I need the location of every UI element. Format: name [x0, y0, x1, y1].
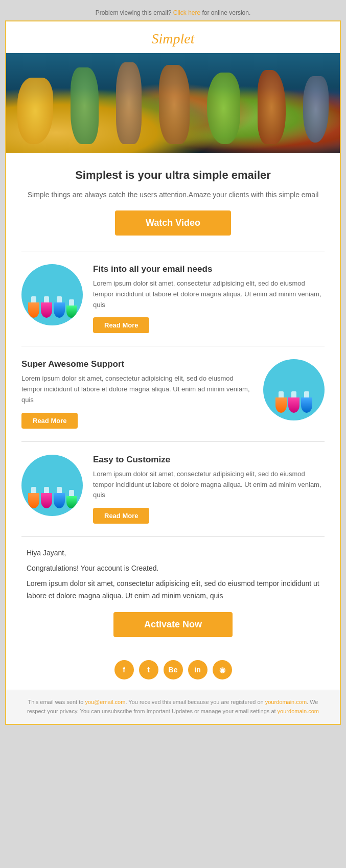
footer-email-link[interactable]: you@email.com [85, 699, 125, 705]
flask-2 [41, 296, 52, 318]
feature-icon-1 [21, 264, 83, 325]
flask-3-4 [66, 490, 77, 508]
email-wrapper: Problem viewing this email? Click here f… [0, 0, 346, 730]
read-more-button-1[interactable]: Read More [93, 317, 149, 333]
behance-icon[interactable]: Be [164, 660, 183, 679]
feature-text-1: Fits into all your email needs Lorem ips… [93, 264, 325, 333]
feature-title-1: Fits into all your email needs [93, 264, 325, 274]
flask-3-2 [41, 487, 52, 508]
flask-body-1 [28, 302, 39, 318]
feature-row-1: Fits into all your email needs Lorem ips… [21, 264, 325, 333]
flask-group-2 [271, 367, 317, 413]
flask-group-3 [29, 462, 75, 508]
fb-23 [301, 397, 312, 413]
fn-23 [304, 391, 309, 397]
feature-desc-2: Lorem ipsum dolor sit amet, consectetur … [21, 373, 253, 405]
character-6 [258, 70, 286, 144]
fb-31 [28, 493, 39, 508]
linkedin-icon[interactable]: in [188, 660, 207, 679]
fn-34 [69, 490, 74, 496]
fb-22 [288, 397, 299, 413]
hero-characters [6, 53, 340, 153]
flask-neck-1 [31, 296, 36, 302]
flask-2-1 [275, 391, 287, 413]
flask-body-2 [41, 302, 52, 318]
flask-3-3 [54, 487, 65, 508]
flask-4 [66, 299, 77, 318]
character-7 [303, 76, 329, 143]
feature-desc-3: Lorem ipsum dolor sit amet, consectetur … [93, 469, 325, 501]
feature-row-2: Super Awesome Support Lorem ipsum dolor … [21, 359, 325, 428]
flask-neck-4 [69, 299, 74, 306]
flask-2-3 [301, 391, 312, 413]
twitter-icon[interactable]: t [139, 660, 158, 679]
feature-text-3: Easy to Customize Lorem ipsum dolor sit … [93, 455, 325, 524]
email-header: Simplet [6, 21, 340, 53]
read-more-button-2[interactable]: Read More [21, 413, 78, 429]
footer-text-mid: . You received this email because you ar… [125, 699, 265, 705]
feature-icon-3 [21, 455, 83, 516]
preheader: Problem viewing this email? Click here f… [0, 5, 346, 20]
feature-text-2: Super Awesome Support Lorem ipsum dolor … [21, 359, 253, 428]
fb-33 [54, 493, 65, 508]
email-container: Simplet Simplest is your ultra simple em… [5, 20, 341, 725]
flask-neck-2 [44, 296, 49, 302]
fb-32 [41, 493, 52, 508]
greeting-body: Lorem ipsum dolor sit amet, consectetur … [27, 578, 319, 602]
greeting-salutation: Hiya Jayant, [27, 547, 319, 559]
preheader-link[interactable]: Click here [173, 9, 200, 16]
fn-22 [291, 391, 296, 397]
feature-title-3: Easy to Customize [93, 455, 325, 465]
feature-section-1: Fits into all your email needs Lorem ips… [6, 251, 340, 346]
read-more-button-3[interactable]: Read More [93, 508, 149, 524]
logo: Simplet [11, 31, 335, 47]
flask-body-3 [54, 302, 65, 318]
activate-now-button[interactable]: Activate Now [113, 612, 233, 637]
fn-32 [44, 487, 49, 493]
feature-section-2: Super Awesome Support Lorem ipsum dolor … [6, 346, 340, 441]
social-section: f t Be in ◉ [6, 650, 340, 690]
fb-34 [66, 496, 77, 508]
feature-title-2: Super Awesome Support [21, 359, 253, 369]
fn-33 [57, 487, 62, 493]
flask-2-2 [288, 391, 299, 413]
email-footer: This email was sent to you@email.com. Yo… [6, 690, 340, 723]
footer-text-before: This email was sent to [28, 699, 85, 705]
flask-1 [28, 296, 39, 318]
social-icons-group: f t Be in ◉ [11, 660, 335, 679]
main-cta-section: Simplest is your ultra simple emailer Si… [6, 153, 340, 251]
preheader-after: for online version. [202, 9, 251, 16]
feature-section-3: Easy to Customize Lorem ipsum dolor sit … [6, 442, 340, 536]
feature-icon-2 [263, 359, 325, 420]
flask-neck-3 [57, 296, 62, 302]
footer-manage-link[interactable]: yourdomain.com [278, 708, 319, 714]
fb-21 [275, 397, 287, 413]
feature-desc-1: Lorem ipsum dolor sit amet, consectetur … [93, 278, 325, 310]
character-3 [116, 62, 142, 144]
character-2 [71, 67, 99, 144]
preheader-text: Problem viewing this email? [96, 9, 172, 16]
character-5 [207, 73, 240, 144]
flask-group-1 [29, 272, 75, 318]
main-subtext: Simple things are always catch the users… [27, 189, 319, 200]
feature-row-3: Easy to Customize Lorem ipsum dolor sit … [21, 455, 325, 524]
character-4 [159, 65, 190, 144]
facebook-icon[interactable]: f [114, 660, 134, 679]
flickr-icon[interactable]: ◉ [213, 660, 232, 679]
fn-31 [31, 487, 36, 493]
main-heading: Simplest is your ultra simple emailer [27, 168, 319, 183]
flask-3 [54, 296, 65, 318]
flask-3-1 [28, 487, 39, 508]
greeting-line1: Congratulations! Your account is Created… [27, 562, 319, 575]
greeting-section: Hiya Jayant, Congratulations! Your accou… [6, 537, 340, 650]
watch-video-button[interactable]: Watch Video [115, 210, 231, 236]
flask-body-4 [66, 306, 77, 318]
hero-banner [6, 53, 340, 153]
fn-21 [279, 391, 284, 397]
character-1 [17, 78, 53, 144]
footer-domain-link[interactable]: yourdomain.com [265, 699, 307, 705]
